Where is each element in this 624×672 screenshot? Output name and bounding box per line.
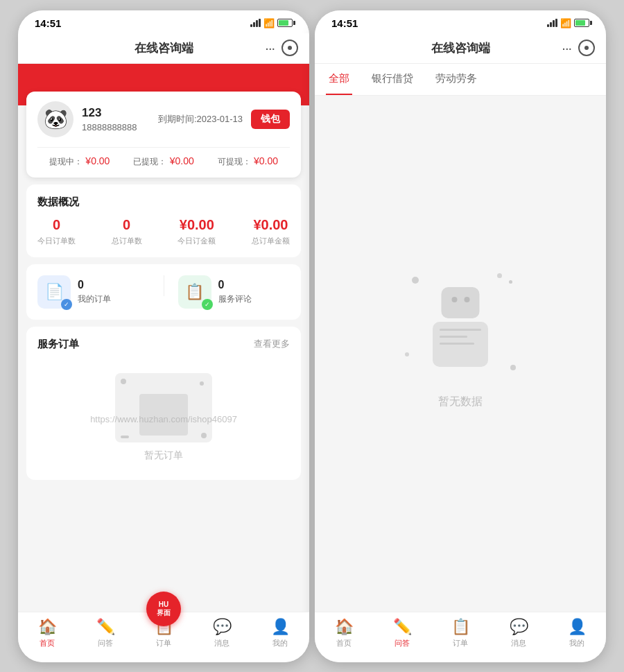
right-messages-icon: 💬 (510, 618, 528, 636)
reviews-icon: 📋 ✓ (178, 275, 211, 309)
stat-today-amount-value: ¥0.00 (177, 217, 216, 233)
messages-icon: 💬 (213, 618, 232, 636)
profile-card: 🐼 123 18888888888 到期时间:2023-01-13 钱包 提现中… (26, 92, 301, 178)
right-mine-icon: 👤 (568, 618, 587, 636)
wifi-icon: 📶 (263, 18, 275, 28)
tab-labor[interactable]: 劳动劳务 (433, 64, 480, 95)
more-menu-icon[interactable]: ··· (265, 40, 275, 56)
orders-badge: ✓ (61, 299, 72, 310)
right-header-icons[interactable]: ··· (562, 40, 595, 56)
profile-name: 123 (82, 106, 150, 120)
left-nav-messages[interactable]: 💬 消息 (193, 618, 251, 648)
service-empty: 暂无订单 (37, 359, 290, 469)
stat-today-amount: ¥0.00 今日订金额 (177, 217, 216, 246)
avatar: 🐼 (37, 101, 73, 137)
qa-icon: ✏️ (96, 618, 115, 636)
right-nav-messages[interactable]: 💬 消息 (489, 618, 548, 648)
right-nav-qa[interactable]: ✏️ 问答 (373, 618, 431, 648)
right-nav-mine[interactable]: 👤 我的 (548, 618, 606, 648)
right-tabs-bar: 全部 银行借贷 劳动劳务 (315, 64, 606, 96)
reviews-badge: ✓ (202, 299, 213, 310)
see-more-link[interactable]: 查看更多 (254, 338, 290, 350)
available-value: ¥0.00 (254, 155, 278, 166)
right-nav-home[interactable]: 🏠 首页 (315, 618, 373, 648)
right-bottom-nav: 🏠 首页 ✏️ 问答 📋 订单 💬 消息 👤 我的 (315, 612, 606, 662)
stat-total-amount-value: ¥0.00 (252, 217, 290, 233)
left-content: 🐼 123 18888888888 到期时间:2023-01-13 钱包 提现中… (18, 64, 309, 612)
robot-head (442, 287, 480, 318)
withdrawn-label: 已提现： (133, 157, 166, 166)
right-target-icon[interactable] (578, 40, 595, 56)
stat-total-orders-value: 0 (112, 217, 142, 233)
wallet-button[interactable]: 钱包 (251, 110, 290, 129)
balance-withdrawing: 提现中： ¥0.00 (37, 155, 121, 168)
tab-all[interactable]: 全部 (326, 64, 352, 95)
robot-body (433, 322, 488, 367)
messages-label: 消息 (214, 638, 229, 648)
overlay-text: HU界面 (157, 601, 171, 617)
my-orders-link[interactable]: 📄 ✓ 0 我的订单 (37, 275, 150, 309)
left-header: 在线咨询端 ··· (18, 33, 309, 64)
stat-today-orders-label: 今日订单数 (37, 236, 76, 246)
battery-icon (277, 19, 293, 27)
stats-grid: 0 今日订单数 0 总订单数 ¥0.00 今日订金额 ¥0.00 总订单金额 (37, 217, 290, 246)
right-mine-label: 我的 (569, 638, 584, 648)
balance-available: 可提现： ¥0.00 (206, 155, 290, 168)
left-phone: 14:51 📶 在线咨询端 ··· (18, 10, 309, 662)
service-section-header: 服务订单 查看更多 (37, 338, 290, 351)
qa-label: 问答 (98, 638, 113, 648)
left-status-bar: 14:51 📶 (18, 10, 309, 33)
balance-row: 提现中： ¥0.00 已提现： ¥0.00 可提现： ¥0.00 (37, 147, 290, 168)
left-nav-qa[interactable]: ✏️ 问答 (76, 618, 135, 648)
right-empty-text: 暂无数据 (438, 395, 483, 409)
avatar-emoji: 🐼 (44, 107, 68, 130)
orders-label: 我的订单 (78, 293, 111, 305)
orders-icon: 📄 ✓ (37, 275, 71, 309)
robot-illustration (398, 270, 523, 381)
right-status-bar: 14:51 📶 (315, 10, 606, 33)
stat-total-orders-label: 总订单数 (112, 236, 142, 246)
right-home-label: 首页 (336, 638, 352, 648)
mine-icon: 👤 (271, 618, 290, 636)
home-icon: 🏠 (38, 618, 57, 636)
stat-today-orders-value: 0 (37, 217, 76, 233)
left-bottom-nav: 🏠 首页 ✏️ 问答 📋 订单 💬 消息 👤 我的 HU界面 (18, 612, 309, 662)
right-battery-icon (574, 19, 589, 27)
right-wifi-icon: 📶 (560, 18, 571, 28)
right-messages-label: 消息 (511, 638, 526, 648)
right-empty-state: 暂无数据 (315, 96, 606, 612)
left-header-icons[interactable]: ··· (265, 40, 298, 56)
right-app-title: 在线咨询端 (431, 40, 490, 56)
service-section-title: 服务订单 (37, 338, 79, 351)
right-home-icon: 🏠 (335, 618, 354, 636)
red-overlay-button[interactable]: HU界面 (146, 592, 181, 626)
orders-nav-label: 订单 (156, 638, 171, 648)
reviews-label: 服务评论 (218, 293, 252, 305)
right-qa-icon: ✏️ (393, 618, 412, 636)
profile-phone: 18888888888 (82, 122, 150, 132)
signal-icon (250, 19, 261, 27)
right-more-menu-icon[interactable]: ··· (562, 40, 571, 56)
right-qa-label: 问答 (395, 638, 410, 648)
stat-total-amount: ¥0.00 总订单金额 (252, 217, 290, 246)
right-phone: 14:51 📶 在线咨询端 ··· (315, 10, 606, 662)
tab-bank-lending[interactable]: 银行借贷 (369, 64, 416, 95)
stat-total-orders: 0 总订单数 (112, 217, 142, 246)
reviews-count: 0 (218, 279, 252, 291)
right-nav-orders[interactable]: 📋 订单 (431, 618, 489, 648)
withdrawing-label: 提现中： (49, 157, 83, 166)
home-label: 首页 (40, 638, 55, 648)
empty-img-inner (139, 394, 188, 436)
reviews-link[interactable]: 📋 ✓ 0 服务评论 (178, 275, 291, 309)
withdrawing-value: ¥0.00 (85, 155, 110, 166)
right-status-icons: 📶 (547, 18, 589, 28)
service-empty-text: 暂无订单 (144, 449, 183, 462)
left-nav-mine[interactable]: 👤 我的 (251, 618, 309, 648)
left-nav-home[interactable]: 🏠 首页 (18, 618, 76, 648)
profile-info: 123 18888888888 (82, 106, 150, 132)
right-header: 在线咨询端 ··· (315, 33, 606, 64)
target-icon[interactable] (281, 40, 298, 56)
right-orders-label: 订单 (453, 638, 468, 648)
service-section: 服务订单 查看更多 暂无订单 https://www.huzhan.com/is… (26, 327, 301, 480)
left-status-icons: 📶 (250, 18, 293, 28)
